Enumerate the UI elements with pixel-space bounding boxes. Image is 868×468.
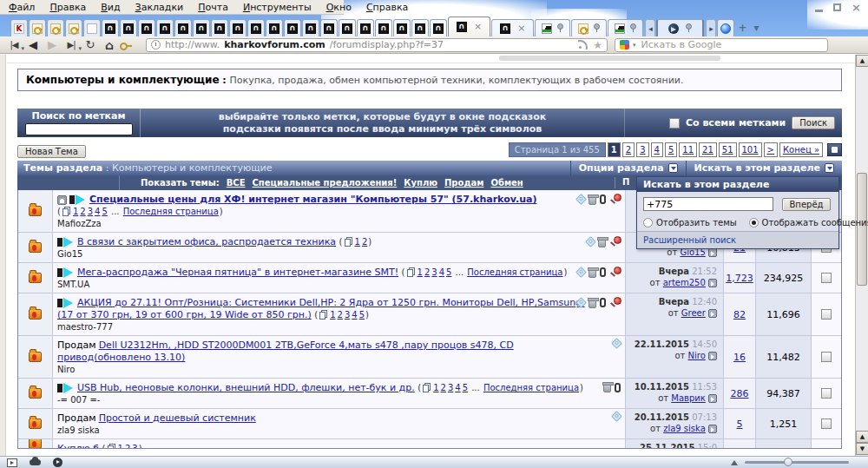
thread-page-5[interactable]: 5 (102, 207, 107, 216)
tab[interactable] (717, 19, 734, 36)
advanced-search-link[interactable]: Расширенный поиск (643, 235, 736, 245)
home-button[interactable] (101, 38, 118, 52)
circle-arrow-icon[interactable] (53, 458, 62, 467)
section-options-button[interactable]: Опции раздела (570, 161, 686, 175)
last-post-user-link[interactable]: zla9 siska (663, 424, 706, 433)
zoom-out-icon[interactable] (731, 460, 738, 465)
page-options-icon[interactable] (827, 143, 842, 156)
last-page-link[interactable]: Последняя страница (467, 267, 562, 277)
page-link-4[interactable]: 4 (651, 142, 663, 157)
cloud-icon[interactable] (30, 459, 41, 465)
close-button[interactable]: × (852, 3, 861, 12)
scrollbar-thumb[interactable] (857, 173, 867, 286)
history-icon[interactable] (151, 40, 161, 49)
url-bar[interactable]: http://www.kharkovforum.com/forumdisplay… (146, 38, 608, 52)
go-to-post-icon[interactable] (708, 309, 717, 318)
tab[interactable] (393, 19, 411, 36)
page-link-2[interactable]: 2 (622, 142, 635, 157)
menu-item-правка[interactable]: Правка (49, 2, 86, 13)
thread-page-3[interactable]: 3 (345, 310, 350, 320)
last-page-link[interactable]: Последняя страница (123, 207, 219, 216)
forward-button[interactable] (43, 38, 61, 52)
search-engine-chevron-icon[interactable]: ▾ (633, 42, 636, 49)
thread-page-3[interactable]: 3 (132, 444, 137, 448)
tab[interactable] (284, 19, 301, 36)
menu-item-почта[interactable]: Почта (198, 2, 228, 13)
tab[interactable] (375, 19, 392, 36)
active-tab[interactable]: × (448, 16, 490, 36)
thread-page-2[interactable]: 2 (362, 237, 367, 247)
last-page-link[interactable]: Конец » (779, 142, 823, 157)
thread-page-2[interactable]: 2 (338, 310, 343, 320)
section-search-go-button[interactable]: Вперёд (782, 198, 832, 211)
thread-page-5[interactable]: 5 (463, 383, 468, 392)
tab[interactable] (29, 19, 46, 36)
thread-page-5[interactable]: 5 (446, 267, 451, 277)
thread-page-2[interactable]: 2 (441, 383, 446, 392)
thread-page-2[interactable]: 2 (125, 444, 130, 448)
thread-page-1[interactable]: 1 (355, 237, 360, 247)
tab[interactable] (656, 19, 704, 36)
tab[interactable] (302, 19, 319, 36)
filter-link-ВСЕ[interactable]: ВСЕ (227, 178, 246, 188)
replies-count-link[interactable]: 5 (737, 419, 743, 430)
section-search-input[interactable] (643, 197, 773, 211)
tab[interactable] (535, 19, 570, 36)
tab[interactable] (430, 19, 447, 36)
thread-checkbox[interactable] (821, 419, 832, 429)
page-link-101[interactable]: 101 (739, 142, 762, 157)
tab-scroll-right-icon[interactable]: ▸ (706, 19, 716, 36)
menu-item-окно[interactable]: Окно (326, 2, 352, 13)
back-button[interactable] (24, 38, 42, 52)
tab[interactable] (174, 19, 192, 36)
thread-page-3[interactable]: 3 (431, 267, 437, 277)
tab[interactable] (571, 19, 607, 36)
thread-title-link[interactable]: Мега-распродажа "Черная пятница" в интер… (77, 267, 398, 278)
thread-page-1[interactable]: 1 (418, 267, 423, 277)
all-tags-checkbox[interactable] (669, 118, 680, 129)
replies-count-link[interactable]: 1,723 (726, 273, 753, 284)
tab[interactable] (411, 19, 429, 36)
last-post-user-link[interactable]: Greer (681, 308, 706, 318)
new-thread-button[interactable]: Новая Тема (17, 145, 86, 158)
tab[interactable] (120, 19, 137, 36)
tab-close-icon[interactable]: × (517, 24, 525, 33)
replies-count-link[interactable]: 16 (733, 352, 746, 363)
tab[interactable] (608, 19, 643, 36)
last-post-user-link[interactable]: Маврик (671, 393, 706, 403)
tab[interactable] (102, 19, 119, 36)
menu-item-файл[interactable]: Файл (9, 2, 35, 13)
page-link-3[interactable]: 3 (636, 142, 648, 157)
search-bar[interactable]: ▾ (615, 38, 828, 52)
thread-checkbox[interactable] (821, 273, 832, 283)
replies-count-link[interactable]: 286 (731, 388, 749, 399)
thread-page-4[interactable]: 4 (455, 383, 460, 392)
thread-page-1[interactable]: 1 (118, 444, 123, 448)
next-page-link[interactable]: > (764, 142, 778, 157)
tab[interactable] (10, 19, 28, 36)
thread-title-link[interactable]: Dell U2312Hm, ,HDD ST2000DM001 2TB,GeFor… (57, 339, 514, 363)
tab[interactable] (156, 19, 174, 36)
section-search-button[interactable]: Искать в этом разделе (686, 161, 842, 175)
last-post-user-link[interactable]: artem250 (663, 278, 706, 287)
thread-page-1[interactable]: 1 (433, 383, 438, 392)
first-page-button[interactable] (5, 38, 23, 52)
thread-page-4[interactable]: 4 (352, 310, 357, 320)
page-link-51[interactable]: 51 (719, 142, 737, 157)
filter-link-Продам[interactable]: Продам (444, 178, 483, 188)
menu-item-инструменты[interactable]: Инструменты (243, 2, 312, 13)
thread-title-link[interactable]: USB Hub, неоновые колонки, внешний HDD, … (77, 382, 415, 393)
scroll-up-button[interactable]: ▲ (856, 55, 868, 67)
last-page-button[interactable] (62, 38, 80, 52)
thread-page-3[interactable]: 3 (88, 207, 93, 216)
thread-page-2[interactable]: 2 (424, 267, 430, 277)
tab[interactable] (339, 19, 356, 36)
thread-title-link[interactable]: В связи с закрытием офиса, распродается … (77, 236, 336, 247)
thread-checkbox[interactable] (821, 309, 832, 320)
thread-checkbox[interactable] (821, 352, 832, 362)
tab[interactable] (266, 19, 283, 36)
go-to-post-icon[interactable] (708, 394, 717, 403)
vertical-scrollbar[interactable]: ▲ ▲ ▼ (855, 55, 868, 456)
thread-page-3[interactable]: 3 (448, 383, 453, 392)
list-all-tabs-button[interactable]: ▾ (749, 19, 763, 36)
